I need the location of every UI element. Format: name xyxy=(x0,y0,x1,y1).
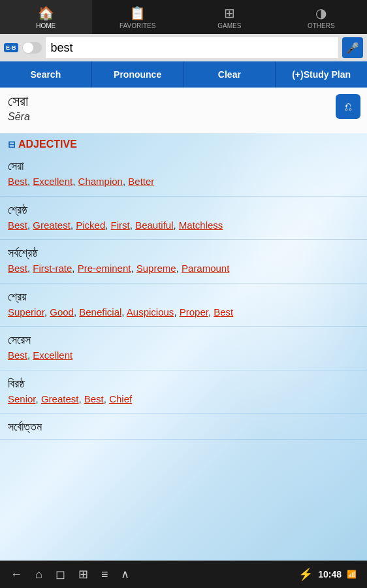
menu-button[interactable]: ≡ xyxy=(101,568,108,581)
entry-2: শ্রেষ্ঠ Best, Greatest, Picked, First, B… xyxy=(0,197,367,240)
back-button[interactable]: ← xyxy=(10,568,22,581)
clear-button[interactable]: Clear xyxy=(184,61,276,88)
entry-2-words: Best, Greatest, Picked, First, Beautiful… xyxy=(8,218,359,236)
grid-button[interactable]: ⊞ xyxy=(78,567,88,581)
language-toggle[interactable] xyxy=(22,42,42,54)
share-icon: ⎌ xyxy=(345,100,352,114)
status-area: ⚡ 10:48 📶 xyxy=(298,567,357,581)
search-button[interactable]: Search xyxy=(0,61,92,88)
entry-6-bengali: বিরষ্ঠ xyxy=(8,374,359,392)
pos-header: ⊟ ADJECTIVE xyxy=(0,133,367,153)
mic-button[interactable]: 🎤 xyxy=(342,37,363,58)
nav-games[interactable]: ⊞ GAMES xyxy=(184,0,276,34)
others-icon: ◑ xyxy=(315,5,327,21)
entry-2-bengali: শ্রেষ্ঠ xyxy=(8,201,359,218)
nav-games-label: GAMES xyxy=(217,22,241,29)
search-bar: E-B 🎤 xyxy=(0,34,367,61)
entry-6: বিরষ্ঠ Senior, Greatest, Best, Chief xyxy=(0,370,367,414)
games-icon: ⊞ xyxy=(224,5,235,21)
nav-favorites-label: FAVORITES xyxy=(120,22,155,29)
signal-icons: 📶 xyxy=(347,570,357,579)
entry-4: শ্রেয় Superior, Good, Beneficial, Auspi… xyxy=(0,284,367,327)
transliteration: Sēra xyxy=(8,111,359,123)
bengali-translation: সেরা xyxy=(8,93,359,110)
nav-home-label: HOME xyxy=(36,22,56,29)
collapse-icon[interactable]: ⊟ xyxy=(8,139,16,150)
nav-favorites[interactable]: 📋 FAVORITES xyxy=(92,0,184,34)
entry-3-words: Best, First-rate, Pre-eminent, Supreme, … xyxy=(8,261,359,279)
entry-7: সর্বোত্তম xyxy=(0,414,367,440)
main-content: ⊟ ADJECTIVE সেরা Best, Excellent, Champi… xyxy=(0,133,367,561)
favorites-icon: 📋 xyxy=(129,5,146,21)
top-navigation: 🏠 HOME 📋 FAVORITES ⊞ GAMES ◑ OTHERS xyxy=(0,0,367,34)
clock: 10:48 xyxy=(318,569,342,580)
recents-button[interactable]: ◻ xyxy=(56,567,65,581)
home-icon: 🏠 xyxy=(38,5,54,21)
translation-area: সেরা Sēra ⎌ xyxy=(0,88,367,133)
entry-5-bengali: সেরেস xyxy=(8,331,359,348)
pronounce-button[interactable]: Pronounce xyxy=(92,61,184,88)
entry-3: সর্বশ্রেষ্ঠ Best, First-rate, Pre-eminen… xyxy=(0,240,367,284)
entry-6-words: Senior, Greatest, Best, Chief xyxy=(8,392,359,410)
entry-5: সেরেস Best, Excellent xyxy=(0,327,367,370)
share-button[interactable]: ⎌ xyxy=(336,94,360,119)
study-plan-button[interactable]: (+)Study Plan xyxy=(276,61,367,88)
nav-others-label: OTHERS xyxy=(308,22,335,29)
entry-3-bengali: সর্বশ্রেষ্ঠ xyxy=(8,244,359,261)
entry-1: সেরা Best, Excellent, Champion, Better xyxy=(0,153,367,197)
entry-5-words: Best, Excellent xyxy=(8,348,359,366)
nav-home[interactable]: 🏠 HOME xyxy=(0,0,92,34)
entry-1-bengali: সেরা xyxy=(8,157,359,174)
entry-4-words: Superior, Good, Beneficial, Auspicious, … xyxy=(8,305,359,323)
scroll-up-button[interactable]: ∧ xyxy=(121,567,129,581)
pos-label: ADJECTIVE xyxy=(18,139,77,150)
entry-7-bengali: সর্বোত্তম xyxy=(8,417,359,435)
search-input[interactable] xyxy=(46,37,339,58)
usb-icon: ⚡ xyxy=(298,567,313,581)
nav-others[interactable]: ◑ OTHERS xyxy=(276,0,368,34)
entry-1-words: Best, Excellent, Champion, Better xyxy=(8,174,359,192)
home-button[interactable]: ⌂ xyxy=(35,568,42,581)
entry-4-bengali: শ্রেয় xyxy=(8,287,359,305)
system-nav: ← ⌂ ◻ ⊞ ≡ ∧ xyxy=(10,567,129,581)
mic-icon: 🎤 xyxy=(346,42,359,54)
action-buttons-bar: Search Pronounce Clear (+)Study Plan xyxy=(0,61,367,88)
bottom-bar: ← ⌂ ◻ ⊞ ≡ ∧ ⚡ 10:48 📶 xyxy=(0,561,367,588)
eb-badge: E-B xyxy=(4,43,18,52)
